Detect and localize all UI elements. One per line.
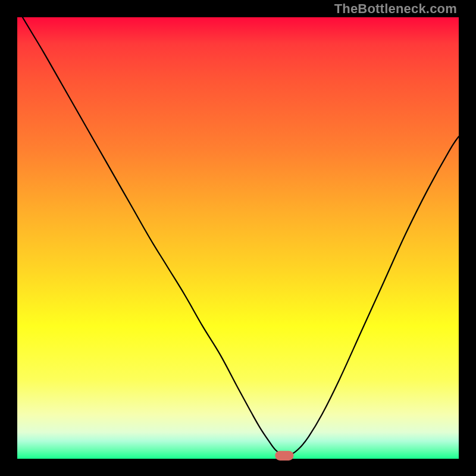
optimum-marker [275,451,293,461]
chart-svg [17,17,459,459]
attribution-text: TheBottleneck.com [334,1,457,17]
bottleneck-curve [17,8,459,455]
chart-container: TheBottleneck.com [0,0,476,476]
